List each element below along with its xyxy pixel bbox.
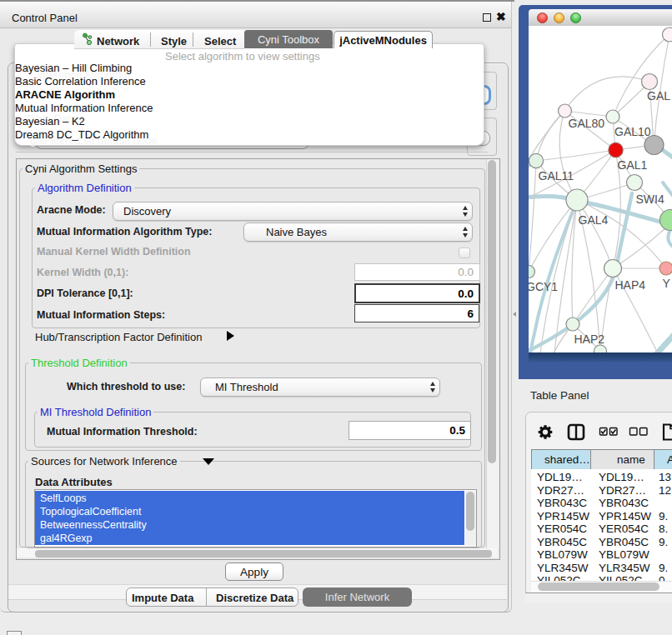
svg-text:GAL11: GAL11 bbox=[539, 169, 574, 182]
svg-text:HAP4: HAP4 bbox=[615, 278, 646, 292]
svg-text:GAL80: GAL80 bbox=[569, 117, 605, 130]
svg-text:GCY1: GCY1 bbox=[529, 280, 558, 293]
svg-text:GAL: GAL bbox=[647, 89, 670, 102]
svg-text:GAL1: GAL1 bbox=[618, 158, 648, 172]
svg-text:Y: Y bbox=[663, 277, 671, 290]
svg-text:GAL4: GAL4 bbox=[579, 213, 609, 227]
svg-text:GAL10: GAL10 bbox=[614, 125, 651, 138]
svg-text:HAP2: HAP2 bbox=[574, 332, 605, 346]
svg-text:SWI4: SWI4 bbox=[636, 192, 664, 206]
